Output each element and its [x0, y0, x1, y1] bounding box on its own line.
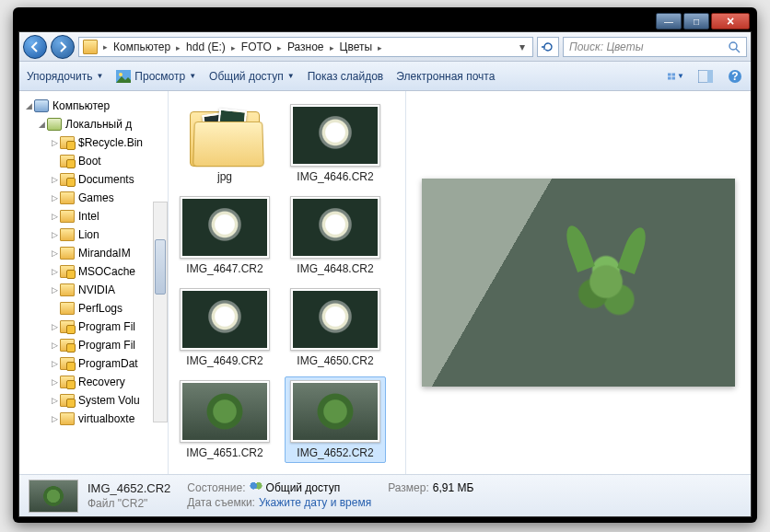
close-button[interactable]: × [711, 13, 750, 29]
tree-item[interactable]: PerfLogs [19, 299, 168, 318]
tree-item[interactable]: ▷Program Fil [19, 318, 168, 336]
breadcrumb-sep[interactable]: ▸ [275, 43, 284, 52]
breadcrumb-dropdown[interactable]: ▾ [516, 40, 529, 53]
file-item[interactable]: jpg [174, 100, 275, 187]
tree-twisty-icon[interactable]: ▷ [49, 341, 60, 350]
organize-menu[interactable]: Упорядочить▼ [27, 70, 103, 83]
share-menu[interactable]: Общий доступ▼ [209, 70, 295, 83]
tree-item-label: System Volu [78, 394, 140, 407]
tree-item[interactable]: ◢Компьютер [19, 97, 168, 115]
details-date-label: Дата съемки: [187, 496, 255, 509]
tree-item[interactable]: ◢Локальный д [19, 115, 168, 133]
breadcrumb-sep[interactable]: ▸ [229, 43, 238, 52]
file-item[interactable]: IMG_4652.CR2 [285, 376, 386, 463]
file-grid[interactable]: jpgIMG_4646.CR2IMG_4647.CR2IMG_4648.CR2I… [169, 91, 406, 474]
tree-item-label: Lion [78, 228, 99, 241]
tree-item[interactable]: ▷virtualboxte [19, 410, 168, 428]
tree-twisty-icon[interactable]: ▷ [49, 322, 60, 331]
nav-tree[interactable]: ◢Компьютер◢Локальный д▷$Recycle.BinBoot▷… [19, 91, 169, 474]
tree-twisty-icon[interactable]: ◢ [36, 120, 47, 129]
breadcrumb-sep[interactable]: ▸ [376, 43, 384, 52]
svg-point-3 [119, 73, 122, 76]
file-item[interactable]: IMG_4647.CR2 [174, 192, 275, 279]
tree-item[interactable]: ▷System Volu [19, 391, 168, 410]
tree-item[interactable]: ▷MirandaIM [19, 244, 168, 262]
help-button[interactable]: ? [727, 68, 743, 85]
file-item[interactable]: IMG_4648.CR2 [285, 192, 386, 279]
breadcrumb-segment[interactable]: Компьютер [110, 40, 174, 53]
nav-forward-button[interactable] [51, 35, 75, 59]
tree-twisty-icon[interactable]: ▷ [49, 230, 60, 239]
tree-item[interactable]: ▷Recovery [19, 373, 168, 391]
folder-icon [60, 412, 75, 425]
breadcrumb[interactable]: ▸ Компьютер▸hdd (E:)▸FOTO▸Разное▸Цветы▸ … [78, 37, 533, 57]
file-item-label: IMG_4646.CR2 [297, 170, 373, 183]
file-item[interactable]: IMG_4650.CR2 [285, 284, 386, 371]
details-size-value: 6,91 МБ [433, 481, 474, 494]
locked-folder-icon [60, 173, 75, 186]
search-placeholder: Поиск: Цветы [569, 40, 643, 53]
image-thumbnail [290, 104, 380, 167]
tree-twisty-icon[interactable]: ◢ [23, 101, 34, 110]
email-button[interactable]: Электронная почта [396, 70, 495, 83]
tree-twisty-icon[interactable]: ▷ [49, 175, 60, 184]
tree-item[interactable]: ▷Games [19, 189, 168, 207]
tree-twisty-icon[interactable]: ▷ [49, 377, 60, 387]
svg-rect-6 [668, 76, 671, 79]
tree-item[interactable]: ▷MSOCache [19, 262, 168, 281]
tree-item[interactable]: ▷Lion [19, 226, 168, 244]
breadcrumb-sep[interactable]: ▸ [101, 42, 110, 52]
tree-twisty-icon[interactable]: ▷ [49, 285, 60, 295]
tree-twisty-icon[interactable]: ▷ [49, 414, 60, 423]
breadcrumb-segment[interactable]: FOTO [238, 40, 275, 53]
thumbnails-icon [668, 70, 675, 83]
tree-item[interactable]: Boot [19, 152, 168, 170]
titlebar: — □ × [18, 13, 752, 31]
details-state-label: Состояние: [187, 481, 245, 494]
view-options-button[interactable]: ▼ [668, 68, 684, 85]
slideshow-button[interactable]: Показ слайдов [308, 70, 384, 83]
tree-twisty-icon[interactable]: ▷ [49, 249, 60, 258]
details-filename: IMG_4652.CR2 [88, 481, 170, 495]
maximize-button[interactable]: □ [683, 13, 709, 29]
preview-image [422, 179, 735, 387]
tree-item[interactable]: ▷ProgramDat [19, 354, 168, 373]
refresh-icon [542, 40, 554, 53]
breadcrumb-sep[interactable]: ▸ [174, 43, 182, 52]
scrollbar[interactable] [153, 202, 168, 422]
minimize-button[interactable]: — [656, 13, 682, 29]
breadcrumb-segment[interactable]: Разное [284, 40, 328, 53]
svg-rect-4 [668, 73, 671, 75]
refresh-button[interactable] [537, 37, 559, 57]
folder-icon [60, 210, 75, 223]
nav-back-button[interactable] [23, 35, 47, 59]
search-input[interactable]: Поиск: Цветы [563, 37, 747, 57]
tree-twisty-icon[interactable]: ▷ [49, 212, 60, 221]
breadcrumb-segment[interactable]: hdd (E:) [182, 40, 229, 53]
tree-item[interactable]: ▷Documents [19, 170, 168, 189]
tree-twisty-icon[interactable]: ▷ [49, 193, 60, 202]
preview-menu[interactable]: Просмотр▼ [116, 70, 196, 83]
tree-item[interactable]: ▷Intel [19, 207, 168, 226]
breadcrumb-sep[interactable]: ▸ [328, 43, 336, 52]
file-item[interactable]: IMG_4646.CR2 [285, 100, 386, 187]
tree-item-label: $Recycle.Bin [78, 136, 143, 149]
preview-pane-button[interactable] [697, 68, 714, 85]
tree-item[interactable]: ▷$Recycle.Bin [19, 133, 168, 152]
tree-item[interactable]: ▷Program Fil [19, 336, 168, 354]
scrollbar-thumb[interactable] [155, 239, 166, 295]
svg-rect-9 [707, 70, 713, 83]
svg-rect-5 [672, 73, 676, 75]
tree-twisty-icon[interactable]: ▷ [49, 396, 60, 405]
breadcrumb-segment[interactable]: Цветы [336, 40, 377, 53]
tree-item[interactable]: ▷NVIDIA [19, 281, 168, 299]
tree-twisty-icon[interactable]: ▷ [49, 267, 60, 276]
tree-item-label: MSOCache [78, 265, 135, 278]
tree-twisty-icon[interactable]: ▷ [49, 359, 60, 368]
folder-icon [60, 228, 75, 241]
tree-twisty-icon[interactable]: ▷ [49, 138, 60, 147]
file-item[interactable]: IMG_4651.CR2 [174, 376, 275, 463]
details-date-value[interactable]: Укажите дату и время [259, 496, 371, 509]
locked-folder-icon [60, 320, 75, 333]
file-item[interactable]: IMG_4649.CR2 [174, 284, 275, 371]
